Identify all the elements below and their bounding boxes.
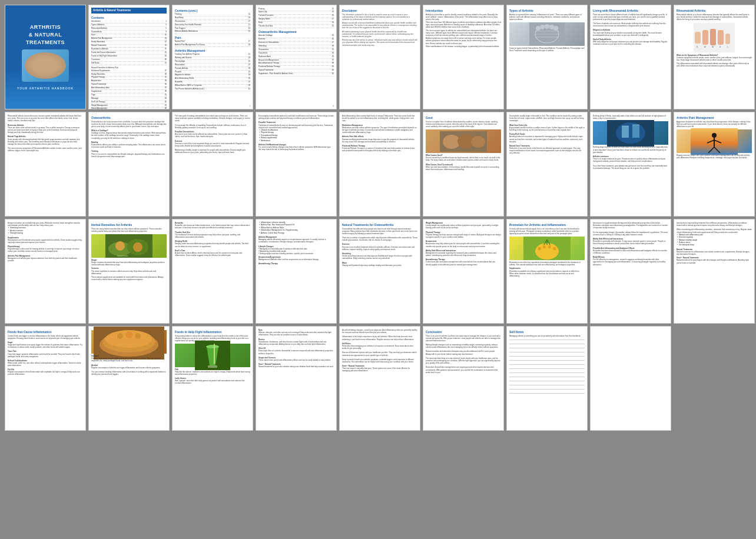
- svg-point-60: [135, 333, 141, 339]
- page-12-text: The main goal of treating osteoarthritis…: [172, 112, 253, 217]
- p8-title: Living with Rheumatoid Arthritis: [593, 9, 668, 13]
- svg-point-5: [536, 26, 541, 31]
- page-28-foods-cause: Foods that Cause Inflammation Certain fo…: [5, 326, 86, 431]
- page-29-bread: Omega-6 Omega-6 fatty acids promote infl…: [88, 326, 170, 431]
- page-20-herbal: Herbal Remedies for Arthritis There are …: [88, 219, 170, 324]
- svg-point-32: [712, 133, 717, 138]
- disclaimer-text: The information contained in this e-book…: [342, 14, 417, 21]
- toc2-section3: Arthritis Management: [175, 49, 250, 53]
- page-3-toc: Contents (cont.) Tracking51 Rest/Sleep53…: [172, 5, 253, 109]
- svg-rect-62: [208, 365, 217, 368]
- page-4-toc: Potency11 Spice it Up13 Turmeric/Curcumi…: [256, 5, 337, 109]
- page-32-text: As with all dietary changes, consult you…: [339, 326, 420, 431]
- svg-point-8: [549, 25, 554, 29]
- svg-text:IV: IV: [704, 46, 706, 48]
- gout-image: [426, 129, 501, 153]
- page-25-bromelain: Bromelain for Arthritis and Inflammation…: [506, 219, 588, 324]
- page-17-water: Drinking plenty of fluids, especially wa…: [590, 112, 671, 217]
- page-9-rheumatoid: Rheumatoid Arthritis Rheumatoid arthriti…: [674, 5, 755, 109]
- svg-rect-50: [543, 245, 546, 249]
- page-19-text: Being more active can actually help your…: [5, 219, 86, 324]
- cover-subtitle: YOUR ARTHRITIS HANDBOOK: [17, 86, 74, 91]
- svg-point-45: [535, 243, 559, 259]
- types-title: Types of Arthritis: [509, 9, 585, 13]
- svg-point-7: [545, 24, 549, 29]
- page-6-introduction: Introduction Arthritis is a term that is…: [423, 5, 504, 109]
- yoga-image: [677, 129, 752, 153]
- svg-text:III: III: [712, 46, 714, 48]
- page-22-text: Inflammation relievers naturally Arthrit…: [256, 219, 337, 324]
- gout-title: Gout: [426, 116, 501, 120]
- osteo-title: Osteoarthritis: [91, 116, 167, 120]
- svg-point-6: [540, 25, 545, 29]
- page-13-text: Encouraging osteoarthritis patients to s…: [256, 112, 337, 217]
- page-23-natural: Natural Treatments for Osteoarthritis Os…: [339, 219, 420, 324]
- svg-point-63: [206, 345, 219, 348]
- page-14-text: Anti-inflammatory diets contain high lev…: [339, 112, 420, 217]
- svg-text:V: V: [697, 46, 698, 48]
- svg-point-26: [616, 122, 645, 144]
- page-26-text: Introduction to supplementation therapy …: [590, 219, 671, 324]
- ra-hand-diagram: V IV III II I: [694, 23, 735, 52]
- toc2-section2: Pain: [175, 36, 250, 40]
- svg-point-24: [471, 136, 485, 148]
- svg-rect-11: [695, 32, 701, 44]
- svg-point-41: [115, 241, 125, 251]
- page-30-foods-fight: Foods to Help Fight Inflammation Using e…: [172, 326, 253, 431]
- natural-title: Natural Treatments for Osteoarthritis: [342, 223, 417, 227]
- foods-fight-title: Foods to Help Fight Inflammation: [175, 330, 250, 334]
- svg-rect-12: [702, 30, 708, 45]
- conclusion-title: Conclusion: [426, 330, 501, 334]
- toc2-header: Contents (cont.): [175, 9, 250, 13]
- page-18-pain-mgmt: Arthritis Pain Management Aggressive tre…: [674, 112, 755, 217]
- page-7-types: Types of Arthritis Arthritis is a genera…: [506, 5, 588, 109]
- page-grid: ARTHRITIS& NATURALTREATMENTS YOUR ARTHRI…: [5, 5, 751, 431]
- pineapple-image: [509, 237, 585, 260]
- herbal-title: Herbal Remedies for Arthritis: [91, 223, 167, 227]
- pain-title: Arthritis Pain Management: [677, 116, 752, 120]
- svg-rect-13: [710, 29, 716, 45]
- bromelain-title: Bromelain for Arthritis and Inflammation: [509, 223, 585, 227]
- toc3-section: Osteoarthritis Management: [258, 30, 334, 34]
- svg-text:Natural herbs: Natural herbs: [117, 255, 128, 257]
- svg-point-59: [125, 331, 132, 338]
- svg-rect-14: [718, 30, 724, 45]
- page-33-conclusion: Conclusion There is no cure for arthriti…: [423, 326, 504, 431]
- toc-header: Arthritis & Natural Treatments: [91, 8, 167, 14]
- page-15-gout: Gout Gout is a complex form of arthritis…: [423, 112, 504, 217]
- svg-rect-51: [548, 245, 551, 248]
- svg-text:II: II: [719, 46, 721, 48]
- bread-image: [91, 330, 167, 354]
- page-10-text: Rheumatoid arthritis occurs when your im…: [5, 112, 86, 217]
- page-2-toc: Arthritis & Natural Treatments Contents …: [88, 5, 170, 109]
- page-16-text: Gout attacks usually begin in the ankle …: [506, 112, 588, 217]
- page-8-text: Living with Rheumatoid Arthritis There a…: [590, 5, 671, 109]
- svg-rect-28: [632, 125, 639, 138]
- svg-point-9: [553, 26, 558, 31]
- page-21-text: Boswellia Boswellia, also known as India…: [172, 219, 253, 324]
- herbs-image: Natural herbs: [91, 234, 167, 258]
- smoothie-image: [175, 344, 250, 367]
- page-27-text: Introduction to approaching treatment fr…: [674, 219, 755, 324]
- cover-image: [22, 49, 69, 82]
- svg-rect-15: [725, 34, 730, 44]
- types-image: [509, 22, 585, 46]
- disclaimer-title: Disclaimer: [342, 9, 417, 13]
- page-34-notes: Self Notes Managing arthritis is somethi…: [506, 326, 588, 431]
- foods-cause-title: Foods that Cause Inflammation: [8, 330, 83, 334]
- ra-title: Rheumatoid Arthritis: [677, 9, 752, 13]
- svg-point-42: [133, 242, 142, 252]
- page-11-osteo: Osteoarthritis Osteoarthritis is the mos…: [88, 112, 170, 217]
- svg-point-58: [117, 333, 123, 339]
- page-24-text: Weight Management Losing weight can sign…: [423, 219, 504, 324]
- page-5-disclaimer: Disclaimer The information contained in …: [339, 5, 420, 109]
- page-31-text: Nuts Walnuts, almonds, and other nuts ar…: [256, 326, 337, 431]
- notes-title: Self Notes: [509, 330, 585, 334]
- toc-section: Contents: [91, 16, 167, 20]
- intro-title: Introduction: [426, 9, 501, 13]
- page-35-empty: [590, 326, 671, 431]
- water-image: [593, 121, 668, 145]
- svg-rect-64: [214, 344, 215, 364]
- toc-note: Natural Remedies for Arthritis Pain: [91, 66, 167, 69]
- cover-title: ARTHRITIS& NATURALTREATMENTS: [26, 24, 65, 46]
